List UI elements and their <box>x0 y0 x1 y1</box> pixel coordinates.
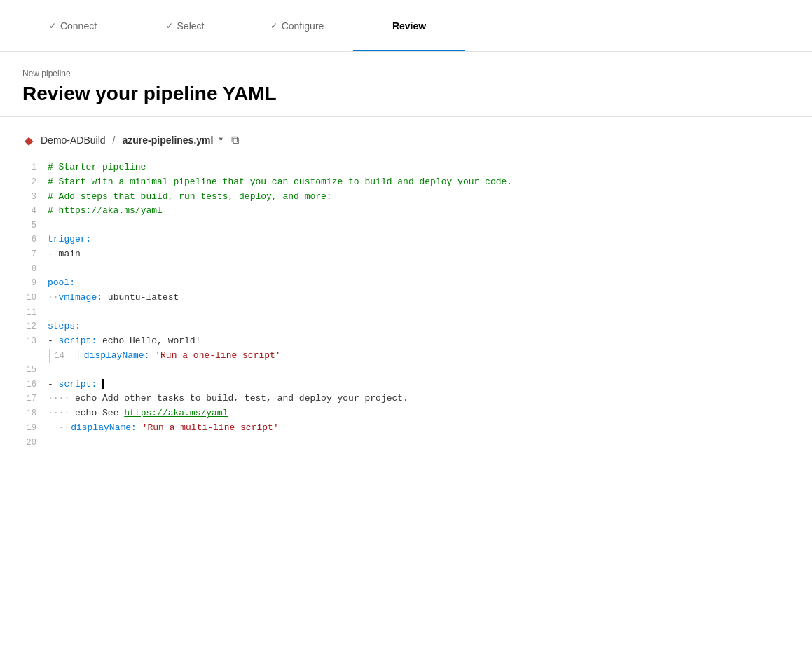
code-line-13: 13 - script: echo Hello, world! <box>22 334 790 349</box>
line-content-17: ···· echo Add other tasks to build, test… <box>48 392 790 406</box>
line-num-10: 10 <box>22 291 48 305</box>
line-num-9: 9 <box>22 276 48 290</box>
repo-icon: ◆ <box>22 134 35 146</box>
file-name: azure-pipelines.yml <box>122 135 213 146</box>
line-content-19: ··displayName: 'Run a multi-line script' <box>48 421 790 436</box>
step-underline-select <box>129 50 241 51</box>
line-content-3: # Add steps that build, run tests, deplo… <box>48 190 790 205</box>
step-underline-configure <box>241 50 353 51</box>
check-icon-select: ✓ <box>166 21 173 31</box>
line-content-6: trigger: <box>48 233 790 247</box>
step-label-review: Review <box>392 20 426 32</box>
line-num-17: 17 <box>22 392 48 406</box>
line-content-1: # Starter pipeline <box>48 160 790 175</box>
page-header: New pipeline Review your pipeline YAML <box>0 52 812 117</box>
line-num-3: 3 <box>22 190 48 204</box>
main-content: ◆ Demo-ADBuild / azure-pipelines.yml * ⧉… <box>0 117 812 467</box>
code-line-5: 5 <box>22 219 790 233</box>
line-num-6: 6 <box>22 233 48 247</box>
code-editor[interactable]: 1 # Starter pipeline 2 # Start with a mi… <box>22 160 790 450</box>
step-label-configure: Configure <box>282 20 324 32</box>
step-label-connect: Connect <box>60 20 97 32</box>
line-content-12: steps: <box>48 319 790 334</box>
code-line-6: 6 trigger: <box>22 233 790 247</box>
line-content-16: - script: <box>48 378 790 392</box>
code-line-11: 11 <box>22 305 790 319</box>
code-line-16: 16 - script: <box>22 378 790 392</box>
code-line-4: 4 # https://aka.ms/yaml <box>22 204 790 219</box>
line-content-18: ···· echo See https://aka.ms/yaml <box>48 406 790 421</box>
code-line-18: 18 ···· echo See https://aka.ms/yaml <box>22 406 790 421</box>
code-line-1: 1 # Starter pipeline <box>22 160 790 175</box>
line-num-8: 8 <box>22 262 48 276</box>
repo-name: Demo-ADBuild <box>41 135 106 146</box>
line-content-4: # https://aka.ms/yaml <box>48 204 790 219</box>
line-num-7: 7 <box>22 247 48 261</box>
line-content-14: │displayName: 'Run a one-line script' <box>76 349 790 364</box>
path-separator: / <box>113 135 116 146</box>
code-line-8: 8 <box>22 262 790 276</box>
line-num-14: 14 <box>50 349 76 363</box>
code-line-17: 17 ···· echo Add other tasks to build, t… <box>22 392 790 406</box>
step-review[interactable]: Review <box>353 0 465 51</box>
line-num-2: 2 <box>22 175 48 189</box>
step-label-select: Select <box>177 20 205 32</box>
line-num-18: 18 <box>22 406 48 420</box>
link-aka-ms-yaml-1[interactable]: https://aka.ms/yaml <box>59 205 163 216</box>
code-line-14: 14 │displayName: 'Run a one-line script' <box>49 349 790 364</box>
line-content-10: ··vmImage: ubuntu-latest <box>48 291 790 305</box>
line-content-9: pool: <box>48 276 790 291</box>
code-line-10: 10 ··vmImage: ubuntu-latest <box>22 291 790 305</box>
line-num-12: 12 <box>22 319 48 333</box>
check-icon-configure: ✓ <box>270 21 277 31</box>
line-num-19: 19 <box>22 421 48 435</box>
step-configure[interactable]: ✓ Configure <box>241 0 353 51</box>
line-num-13: 13 <box>22 334 48 348</box>
breadcrumb: New pipeline <box>22 69 790 78</box>
line-content-7: - main <box>48 247 790 262</box>
code-line-9: 9 pool: <box>22 276 790 291</box>
link-aka-ms-yaml-2[interactable]: https://aka.ms/yaml <box>124 408 228 418</box>
line-content-13: - script: echo Hello, world! <box>48 334 790 349</box>
wizard-steps: ✓ Connect ✓ Select ✓ Configure Review <box>0 0 812 52</box>
code-line-2: 2 # Start with a minimal pipeline that y… <box>22 175 790 190</box>
line-num-15: 15 <box>22 363 48 377</box>
line-content-2: # Start with a minimal pipeline that you… <box>48 175 790 190</box>
code-line-7: 7 - main <box>22 247 790 262</box>
line-num-1: 1 <box>22 160 48 174</box>
page-title: Review your pipeline YAML <box>22 83 790 105</box>
step-select[interactable]: ✓ Select <box>129 0 241 51</box>
code-line-20: 20 <box>22 436 790 450</box>
step-underline-connect <box>17 50 129 51</box>
code-line-19: 19 ··displayName: 'Run a multi-line scri… <box>22 421 790 436</box>
file-header: ◆ Demo-ADBuild / azure-pipelines.yml * ⧉ <box>22 134 790 146</box>
line-num-4: 4 <box>22 204 48 218</box>
line-num-20: 20 <box>22 436 48 450</box>
code-line-3: 3 # Add steps that build, run tests, dep… <box>22 190 790 205</box>
line-num-5: 5 <box>22 219 48 233</box>
line-num-16: 16 <box>22 378 48 392</box>
line-num-11: 11 <box>22 305 48 319</box>
code-line-15: 15 <box>22 363 790 377</box>
copy-icon[interactable]: ⧉ <box>231 134 239 146</box>
check-icon-connect: ✓ <box>49 21 56 31</box>
step-connect[interactable]: ✓ Connect <box>17 0 129 51</box>
step-underline-review <box>353 50 465 51</box>
modified-indicator: * <box>219 135 222 146</box>
code-line-12: 12 steps: <box>22 319 790 334</box>
